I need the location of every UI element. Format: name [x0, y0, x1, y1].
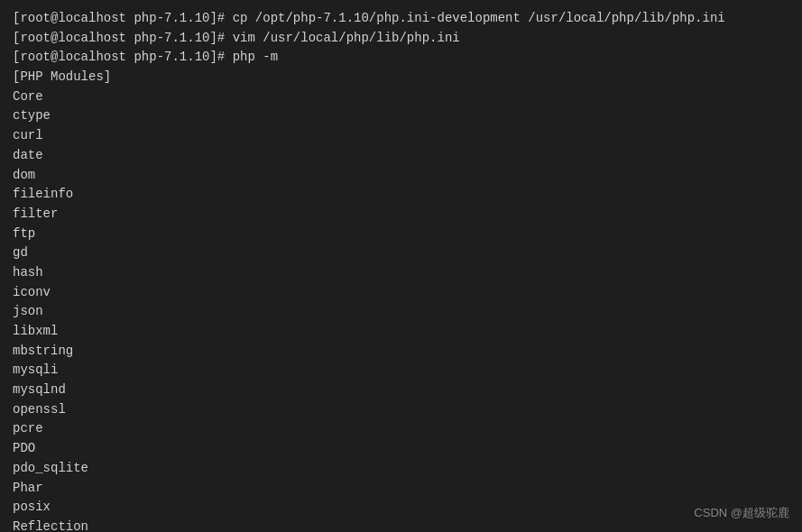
terminal-line: PDO	[13, 439, 789, 459]
terminal-line: [root@localhost php-7.1.10]# cp /opt/php…	[13, 9, 789, 29]
terminal-line: openssl	[13, 400, 789, 420]
terminal-output: [root@localhost php-7.1.10]# cp /opt/php…	[13, 9, 789, 532]
terminal-line: mysqli	[13, 361, 789, 381]
terminal-line: [root@localhost php-7.1.10]# vim /usr/lo…	[13, 29, 789, 49]
terminal-line: Core	[13, 87, 789, 107]
terminal-line: fileinfo	[13, 185, 789, 205]
terminal-line: iconv	[13, 283, 789, 303]
terminal-window: [root@localhost php-7.1.10]# cp /opt/php…	[0, 0, 802, 532]
terminal-line: date	[13, 146, 789, 166]
terminal-line: posix	[13, 498, 789, 518]
terminal-line: gd	[13, 243, 789, 263]
terminal-line: [root@localhost php-7.1.10]# php -m	[13, 48, 789, 68]
terminal-line: ftp	[13, 225, 789, 244]
terminal-line: filter	[13, 205, 789, 225]
terminal-line: curl	[13, 126, 789, 146]
terminal-line: pcre	[13, 419, 789, 439]
terminal-line: pdo_sqlite	[13, 459, 789, 479]
terminal-line: mbstring	[13, 342, 789, 362]
terminal-line: Reflection	[13, 518, 789, 532]
watermark: CSDN @超级驼鹿	[694, 505, 789, 521]
terminal-line: mysqlnd	[13, 381, 789, 400]
terminal-line: ctype	[13, 106, 789, 126]
terminal-line: hash	[13, 263, 789, 283]
terminal-line: dom	[13, 166, 789, 186]
terminal-line: libxml	[13, 322, 789, 342]
terminal-line: Phar	[13, 479, 789, 499]
terminal-line: [PHP Modules]	[13, 68, 789, 87]
terminal-line: json	[13, 302, 789, 322]
